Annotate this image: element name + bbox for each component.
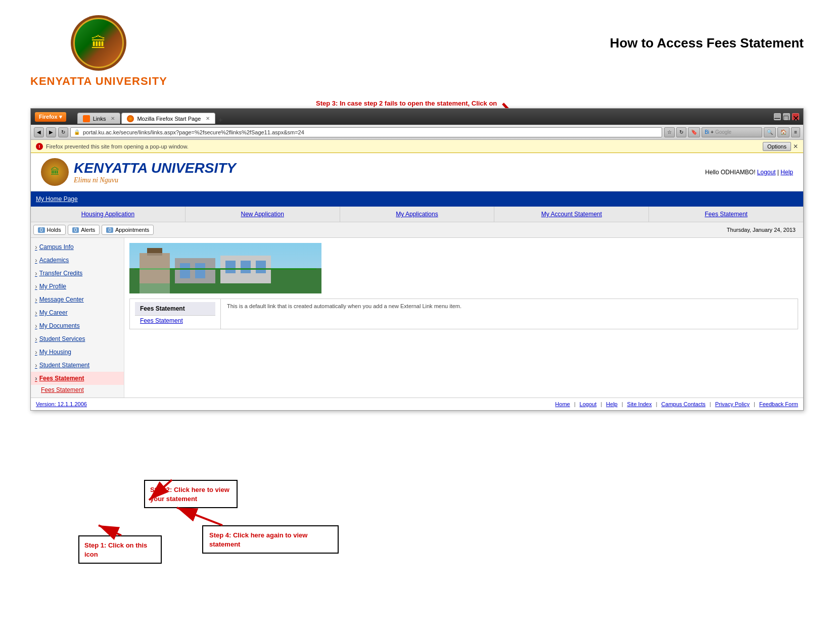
page-title: How to Access Fees Statement	[610, 35, 804, 51]
fees-body-text: This is a default link that is created a…	[227, 303, 461, 309]
portal-main: Fees Statement Fees Statement This is a …	[124, 238, 803, 398]
home-browser-button[interactable]: 🏠	[777, 127, 790, 137]
reload-button[interactable]: ↻	[58, 127, 68, 137]
search-placeholder: Google	[715, 129, 731, 135]
university-name: KENYATTA UNIVERSITY	[30, 75, 167, 88]
footer-site-index[interactable]: Site Index	[627, 401, 652, 407]
svg-line-16	[99, 525, 121, 535]
portal-crest: 🏛	[41, 158, 69, 186]
footer-campus-contacts[interactable]: Campus Contacts	[661, 401, 705, 407]
fees-statement-link[interactable]: Fees Statement	[135, 316, 215, 326]
footer-help[interactable]: Help	[606, 401, 618, 407]
fees-body: Fees Statement Fees Statement This is a …	[130, 299, 798, 329]
help-link[interactable]: Help	[780, 169, 793, 176]
appointments-badge[interactable]: 0 Appointments	[102, 225, 154, 235]
campus-image	[129, 243, 321, 293]
maximize-button[interactable]: □	[783, 113, 790, 120]
minimize-button[interactable]: ─	[774, 113, 781, 120]
menu-account-statement[interactable]: My Account Statement	[494, 207, 649, 222]
home-page-link[interactable]: My Home Page	[36, 195, 78, 203]
sidebar-item-academics[interactable]: Academics	[31, 254, 124, 267]
sidebar-item-campus-info[interactable]: Campus Info	[31, 240, 124, 254]
menu-fees-statement[interactable]: Fees Statement	[649, 207, 803, 222]
menu-new-application[interactable]: New Application	[186, 207, 340, 222]
sidebar-item-transfer-credits[interactable]: Transfer Credits	[31, 267, 124, 280]
logout-link[interactable]: Logout	[757, 169, 776, 176]
firefox-menu-button[interactable]: Firefox ▾	[35, 112, 66, 122]
address-text: portal.ku.ac.ke/secure/links/links.aspx?…	[83, 129, 304, 135]
sidebar-fees-sub[interactable]: Fees Statement	[31, 385, 124, 395]
page-title-area: How to Access Fees Statement	[610, 15, 804, 51]
sidebar-item-student-statement[interactable]: Student Statement	[31, 359, 124, 372]
options-button[interactable]: Options	[763, 142, 791, 151]
user-greeting: Hello ODHIAMBO!	[705, 169, 755, 176]
tab-mozilla-close[interactable]: ✕	[206, 116, 210, 121]
svg-rect-12	[256, 261, 266, 273]
step1-annotation: Step 1: Click on this icon	[78, 535, 162, 564]
holds-badge[interactable]: 0 Holds	[33, 225, 66, 235]
sidebar-item-my-profile[interactable]: My Profile	[31, 280, 124, 293]
tab-mozilla-icon	[127, 115, 134, 122]
more-tools[interactable]: ≡	[791, 127, 800, 137]
fees-section-header: Fees Statement	[135, 302, 215, 316]
footer-feedback[interactable]: Feedback Form	[759, 401, 798, 407]
address-bar[interactable]: 🔒 portal.ku.ac.ke/secure/links/links.asp…	[70, 127, 662, 137]
browser-titlebar: Firefox ▾ Links ✕ Mozilla Firefox Start …	[31, 109, 803, 125]
footer-home[interactable]: Home	[555, 401, 570, 407]
alerts-count: 0	[72, 227, 79, 233]
tab-links-close[interactable]: ✕	[111, 116, 115, 121]
step4-annotation: Step 4: Click here again to view stateme…	[202, 525, 339, 554]
browser-navbar: ◀ ▶ ↻ 🔒 portal.ku.ac.ke/secure/links/lin…	[31, 125, 803, 140]
sidebar-item-my-career[interactable]: My Career	[31, 306, 124, 319]
popup-warning-text: Firefox prevented this site from opening…	[46, 143, 189, 150]
portal-crest-symbol: 🏛	[51, 167, 60, 177]
tab-mozilla-label: Mozilla Firefox Start Page	[137, 116, 201, 122]
fees-section: Fees Statement Fees Statement This is a …	[129, 299, 798, 329]
appointments-label: Appointments	[115, 227, 149, 233]
sidebar-item-message-center[interactable]: Message Center	[31, 293, 124, 306]
menu-my-applications[interactable]: My Applications	[340, 207, 495, 222]
search-box[interactable]: Bi+ Google	[702, 127, 762, 137]
bookmark-btn[interactable]: 🔖	[688, 127, 700, 137]
sidebar-item-student-services[interactable]: Student Services	[31, 332, 124, 345]
portal-nav-bar: My Home Page	[31, 191, 803, 207]
portal-submenu: 0 Holds 0 Alerts 0 Appointments Thursday…	[31, 222, 803, 238]
alerts-badge[interactable]: 0 Alerts	[68, 225, 100, 235]
sidebar-item-my-documents[interactable]: My Documents	[31, 319, 124, 332]
browser-tabs: Links ✕ Mozilla Firefox Start Page ✕ +	[75, 110, 767, 124]
footer-links: Home | Logout | Help | Site Index | Camp…	[555, 401, 798, 407]
footer-privacy-policy[interactable]: Privacy Policy	[715, 401, 750, 407]
sidebar-item-fees-statement[interactable]: Fees Statement	[31, 372, 124, 385]
portal-date: Thursday, January 24, 2013	[727, 227, 801, 233]
footer-logout[interactable]: Logout	[580, 401, 597, 407]
portal-footer: Version: 12.1.1.2006 Home | Logout | Hel…	[31, 398, 803, 410]
portal-content: 🏛 KENYATTA UNIVERSITY Elimu ni Nguvu Hel…	[31, 153, 803, 410]
holds-label: Holds	[47, 227, 61, 233]
version-link[interactable]: Version: 12.1.1.2006	[36, 401, 87, 407]
browser-window: Firefox ▾ Links ✕ Mozilla Firefox Start …	[30, 108, 804, 411]
svg-rect-8	[195, 263, 205, 278]
tab-links[interactable]: Links ✕	[77, 113, 121, 124]
svg-rect-7	[180, 263, 190, 278]
portal-university-name: KENYATTA UNIVERSITY	[74, 160, 236, 176]
portal-logo: 🏛 KENYATTA UNIVERSITY Elimu ni Nguvu	[41, 158, 236, 186]
menu-housing-application[interactable]: Housing Application	[31, 207, 186, 222]
campus-svg	[129, 243, 321, 293]
search-button[interactable]: 🔍	[764, 127, 776, 137]
svg-rect-4	[140, 253, 170, 283]
svg-rect-11	[241, 261, 251, 273]
fees-right: This is a default link that is created a…	[221, 299, 798, 329]
back-button[interactable]: ◀	[34, 127, 44, 137]
bookmark-star[interactable]: ☆	[664, 127, 675, 137]
tab-add-button[interactable]: +	[218, 116, 222, 124]
popup-close-btn[interactable]: ✕	[793, 143, 798, 150]
forward-button[interactable]: ▶	[46, 127, 56, 137]
close-button[interactable]: ✕	[792, 113, 799, 120]
sidebar-item-my-housing[interactable]: My Housing	[31, 345, 124, 359]
reload-small[interactable]: ↻	[676, 127, 686, 137]
tab-firefox-start[interactable]: Mozilla Firefox Start Page ✕	[121, 113, 215, 124]
svg-rect-10	[225, 261, 236, 273]
holds-count: 0	[38, 227, 45, 233]
step2-text: Step 2: Click here to view your statemen…	[150, 486, 229, 503]
portal-user-info: Hello ODHIAMBO! Logout | Help	[705, 169, 793, 176]
